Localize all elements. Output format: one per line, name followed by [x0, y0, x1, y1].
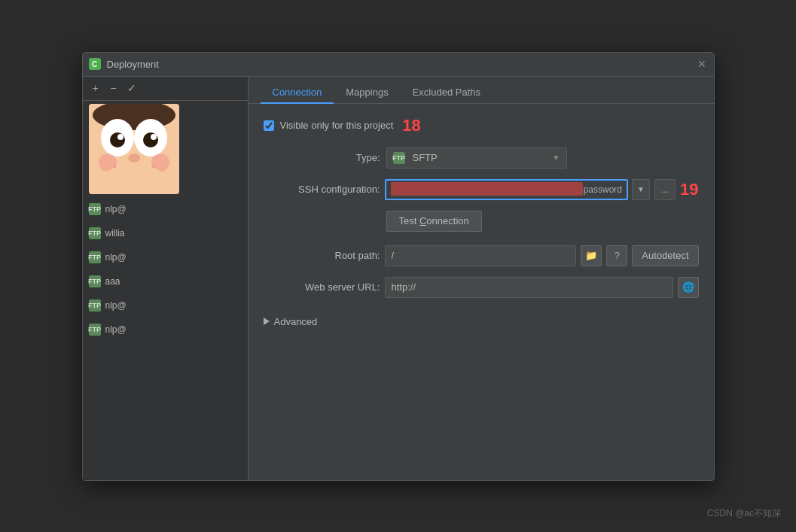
- sidebar-toolbar: + − ✓: [83, 77, 248, 101]
- server-icon: FTP: [89, 324, 101, 336]
- ok-button[interactable]: ✓: [124, 80, 140, 96]
- sidebar-item-willi[interactable]: FTP willia: [83, 221, 248, 245]
- close-button[interactable]: ✕: [696, 58, 708, 70]
- url-input[interactable]: [385, 277, 673, 298]
- tab-mappings[interactable]: Mappings: [334, 82, 400, 104]
- sidebar: + − ✓: [83, 77, 249, 480]
- folder-icon: 📁: [585, 250, 597, 261]
- watermark: CSDN @ac不知深: [707, 507, 781, 520]
- sidebar-item-nlp1[interactable]: FTP nlp@: [83, 197, 248, 221]
- sftp-icon: FTP: [393, 152, 405, 164]
- sidebar-item-label: willia: [105, 228, 125, 239]
- sidebar-item-nlp3[interactable]: FTP nlp@: [83, 293, 248, 318]
- web-icon-button[interactable]: 🌐: [678, 277, 699, 298]
- visible-only-label: Visible only for this project: [280, 120, 394, 131]
- visible-only-row: Visible only for this project 18: [264, 116, 699, 135]
- help-icon: ?: [615, 250, 620, 261]
- sidebar-item-label: nlp@: [105, 252, 127, 263]
- add-server-button[interactable]: +: [87, 80, 104, 96]
- svg-point-11: [104, 164, 164, 194]
- tab-excluded-paths[interactable]: Excluded Paths: [401, 82, 493, 104]
- chevron-down-icon: ▼: [553, 154, 560, 162]
- ssh-row: SSH configuration: password ▼ ... 19: [264, 179, 699, 200]
- sidebar-item-label: aaa: [105, 276, 120, 287]
- server-icon: FTP: [89, 227, 101, 239]
- type-select[interactable]: FTP SFTP ▼: [386, 147, 567, 169]
- sidebar-item-nlp4[interactable]: FTP nlp@: [83, 318, 248, 342]
- sidebar-item-label: nlp@: [105, 204, 127, 214]
- svg-point-4: [110, 132, 125, 147]
- test-connection-row: Test Connection: [264, 211, 699, 232]
- tab-bar: Connection Mappings Excluded Paths: [249, 77, 714, 104]
- server-icon: FTP: [89, 251, 101, 263]
- server-icon: FTP: [89, 299, 101, 312]
- server-icon: FTP: [89, 275, 101, 287]
- dialog-title: Deployment: [107, 59, 690, 70]
- sidebar-item-aaa[interactable]: FTP aaa: [83, 269, 248, 293]
- svg-point-5: [117, 134, 124, 140]
- test-btn-label: Test Connection: [399, 215, 469, 226]
- sidebar-item-label: nlp@: [105, 300, 127, 311]
- ssh-dropdown-button[interactable]: ▼: [632, 179, 650, 200]
- server-icon: FTP: [89, 203, 101, 215]
- type-value: SFTP: [413, 152, 438, 163]
- ssh-more-button[interactable]: ...: [654, 179, 676, 200]
- visible-only-checkbox[interactable]: [264, 120, 274, 131]
- test-connection-button[interactable]: Test Connection: [386, 211, 482, 232]
- type-label: Type:: [264, 152, 380, 163]
- ssh-password-text: password: [584, 184, 622, 195]
- url-label-text: Web server URL:: [305, 281, 380, 293]
- root-path-input[interactable]: [385, 245, 577, 266]
- autodetect-button[interactable]: Autodetect: [632, 245, 698, 266]
- ssh-redacted-bar: [391, 182, 584, 196]
- root-path-row: Root path: 📁 ? Autodetect: [264, 245, 699, 266]
- url-row: Web server URL: 🌐: [264, 277, 699, 298]
- type-row: Type: FTP SFTP ▼: [264, 147, 699, 169]
- advanced-label: Advanced: [274, 316, 318, 327]
- globe-icon: 🌐: [682, 281, 694, 293]
- root-label: Root path:: [264, 250, 380, 261]
- ssh-label: SSH configuration:: [264, 184, 380, 195]
- select-value-wrapper: FTP SFTP: [393, 152, 553, 164]
- help-button[interactable]: ?: [606, 245, 627, 266]
- expand-icon: [264, 318, 270, 325]
- app-icon: C: [89, 58, 101, 70]
- dialog-body: + − ✓: [83, 77, 714, 480]
- content-area: Connection Mappings Excluded Paths Visib…: [249, 77, 714, 480]
- svg-point-7: [151, 134, 157, 140]
- ssh-input-wrapper: password: [385, 179, 629, 200]
- annotation-19: 19: [680, 180, 698, 199]
- ssh-label-text: SSH configuration:: [298, 184, 380, 195]
- browse-folder-button[interactable]: 📁: [581, 245, 602, 266]
- remove-server-button[interactable]: −: [105, 80, 122, 96]
- svg-point-6: [143, 132, 158, 147]
- deployment-dialog: C Deployment ✕ + − ✓: [82, 52, 715, 481]
- url-label: Web server URL:: [264, 281, 380, 293]
- svg-point-8: [128, 154, 140, 163]
- avatar: [89, 104, 179, 194]
- root-label-text: Root path:: [335, 250, 380, 261]
- advanced-section[interactable]: Advanced: [264, 313, 699, 330]
- tab-connection[interactable]: Connection: [261, 82, 334, 104]
- sidebar-item-nlp2[interactable]: FTP nlp@: [83, 245, 248, 269]
- form-content: Visible only for this project 18 Type: F…: [249, 104, 714, 480]
- title-bar: C Deployment ✕: [83, 53, 714, 77]
- sidebar-item-label: nlp@: [105, 324, 127, 335]
- annotation-18: 18: [402, 116, 420, 135]
